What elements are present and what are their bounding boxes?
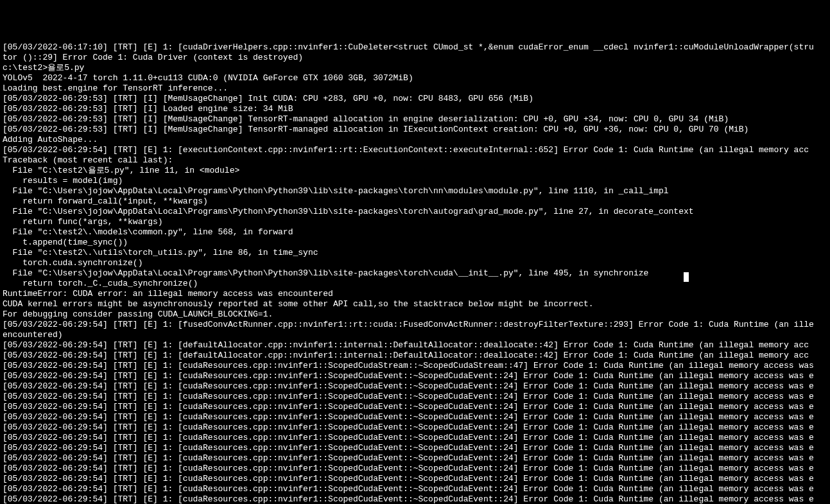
terminal-line: [05/03/2022-06:29:54] [TRT] [E] 1: [cuda…	[3, 464, 827, 474]
terminal-line: [05/03/2022-06:29:53] [TRT] [I] [MemUsag…	[3, 94, 827, 104]
terminal-line: torch.cuda.synchronize()	[3, 258, 827, 268]
terminal-line: File "c:\test2\.\models\common.py", line…	[3, 227, 827, 238]
terminal-line: [05/03/2022-06:29:54] [TRT] [E] 1: [cuda…	[3, 484, 827, 494]
terminal-line: [05/03/2022-06:29:54] [TRT] [E] 1: [cuda…	[3, 422, 827, 433]
terminal-line: [05/03/2022-06:29:54] [TRT] [E] 1: [cuda…	[3, 412, 827, 422]
terminal-line: File "C:\Users\jojow\AppData\Local\Progr…	[3, 268, 827, 279]
terminal-line: t.append(time_sync())	[3, 238, 827, 248]
terminal-line: return torch._C._cuda_synchronize()	[3, 279, 827, 289]
terminal-line: [05/03/2022-06:17:10] [TRT] [E] 1: [cuda…	[3, 42, 827, 53]
terminal-line: File "C:\Users\jojow\AppData\Local\Progr…	[3, 207, 827, 217]
terminal-line: return func(*args, **kwargs)	[3, 217, 827, 227]
terminal-line: Loading best.engine for TensorRT inferen…	[3, 83, 827, 94]
terminal-line: [05/03/2022-06:29:54] [TRT] [E] 1: [cuda…	[3, 381, 827, 392]
terminal-line: File "C:\test2\욜로5.py", line 11, in <mod…	[3, 166, 827, 176]
terminal-line: [05/03/2022-06:29:53] [TRT] [I] Loaded e…	[3, 104, 827, 114]
terminal-line: RuntimeError: CUDA error: an illegal mem…	[3, 289, 827, 299]
terminal-line: Adding AutoShape...	[3, 135, 827, 145]
terminal-line: [05/03/2022-06:29:54] [TRT] [E] 1: [cuda…	[3, 494, 827, 504]
terminal-line: [05/03/2022-06:29:54] [TRT] [E] 1: [fuse…	[3, 320, 827, 330]
terminal-line: c:\test2>욜로5.py	[3, 63, 827, 73]
terminal-line: [05/03/2022-06:29:54] [TRT] [E] 1: [exec…	[3, 145, 827, 155]
terminal-line: tor ()::29] Error Code 1: Cuda Driver (c…	[3, 53, 827, 63]
terminal-line: For debugging consider passing CUDA_LAUN…	[3, 309, 827, 320]
terminal-line: File "c:\test2\.\utils\torch_utils.py", …	[3, 248, 827, 258]
terminal-line: [05/03/2022-06:29:54] [TRT] [E] 1: [cuda…	[3, 392, 827, 402]
text-cursor	[684, 272, 689, 282]
terminal-line: [05/03/2022-06:29:54] [TRT] [E] 1: [defa…	[3, 340, 827, 351]
terminal-line: results = model(img)	[3, 176, 827, 186]
terminal-line: encountered)	[3, 330, 827, 340]
terminal-line: [05/03/2022-06:29:54] [TRT] [E] 1: [cuda…	[3, 443, 827, 453]
terminal-line: [05/03/2022-06:29:54] [TRT] [E] 1: [cuda…	[3, 453, 827, 464]
terminal-line: [05/03/2022-06:29:54] [TRT] [E] 1: [cuda…	[3, 474, 827, 484]
terminal-line: return forward_call(*input, **kwargs)	[3, 196, 827, 207]
terminal-line: Traceback (most recent call last):	[3, 155, 827, 166]
terminal-line: YOLOv5 2022-4-17 torch 1.11.0+cu113 CUDA…	[3, 73, 827, 83]
terminal-output[interactable]: [05/03/2022-06:17:10] [TRT] [E] 1: [cuda…	[3, 42, 827, 504]
terminal-line: [05/03/2022-06:29:53] [TRT] [I] [MemUsag…	[3, 114, 827, 125]
terminal-line: [05/03/2022-06:29:53] [TRT] [I] [MemUsag…	[3, 125, 827, 135]
terminal-line: [05/03/2022-06:29:54] [TRT] [E] 1: [cuda…	[3, 433, 827, 443]
terminal-line: [05/03/2022-06:29:54] [TRT] [E] 1: [cuda…	[3, 371, 827, 381]
terminal-line: [05/03/2022-06:29:54] [TRT] [E] 1: [cuda…	[3, 402, 827, 412]
terminal-line: CUDA kernel errors might be asynchronous…	[3, 299, 827, 309]
terminal-line: [05/03/2022-06:29:54] [TRT] [E] 1: [cuda…	[3, 361, 827, 371]
terminal-line: File "C:\Users\jojow\AppData\Local\Progr…	[3, 186, 827, 196]
terminal-line: [05/03/2022-06:29:54] [TRT] [E] 1: [defa…	[3, 351, 827, 361]
